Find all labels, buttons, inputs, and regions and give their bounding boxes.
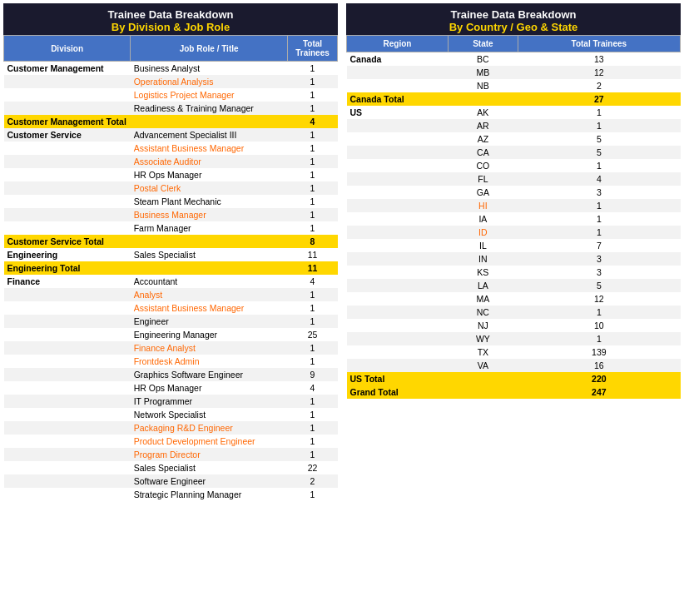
- region-cell: [347, 239, 449, 252]
- division-cell: [4, 102, 131, 115]
- total-cell: 1: [288, 75, 338, 88]
- division-cell: Finance: [4, 275, 131, 288]
- total-cell: 1: [518, 306, 680, 319]
- state-cell: GA: [449, 186, 518, 199]
- table-row: Frontdesk Admin1: [4, 355, 338, 368]
- jobrole-cell: Analyst: [131, 288, 288, 301]
- total-cell: 1: [288, 208, 338, 221]
- left-header-1: Job Role / Title: [131, 36, 288, 62]
- division-cell: [4, 195, 131, 208]
- division-cell: [4, 395, 131, 408]
- total-cell: 4: [288, 275, 338, 288]
- table-row: Logistics Project Manager1: [4, 88, 338, 102]
- table-row: US Total220: [347, 372, 681, 385]
- jobrole-cell: Accountant: [131, 275, 288, 288]
- jobrole-cell: Engineer: [131, 315, 288, 328]
- region-cell: [347, 266, 449, 279]
- region-cell: US: [347, 106, 449, 119]
- region-cell: [347, 212, 449, 226]
- table-row: Product Development Engineer1: [4, 435, 338, 448]
- region-cell: Canada: [347, 52, 449, 67]
- total-cell: 247: [518, 385, 680, 399]
- total-cell: 1: [288, 102, 338, 115]
- division-cell: Engineering Total: [4, 261, 288, 275]
- table-row: WY1: [347, 332, 681, 345]
- division-cell: [4, 435, 131, 448]
- region-cell: [347, 319, 449, 332]
- state-cell: CO: [449, 159, 518, 172]
- left-header-0: Division: [4, 36, 131, 62]
- jobrole-cell: Assistant Business Manager: [131, 142, 288, 155]
- jobrole-cell: Software Engineer: [131, 474, 288, 488]
- total-cell: 2: [518, 79, 680, 92]
- division-cell: [4, 315, 131, 328]
- total-cell: 4: [518, 172, 680, 186]
- table-row: Customer ServiceAdvancement Specialist I…: [4, 128, 338, 142]
- state-cell: NB: [449, 79, 518, 92]
- table-row: Assistant Business Manager1: [4, 142, 338, 155]
- state-cell: IA: [449, 212, 518, 226]
- total-cell: 220: [518, 372, 680, 385]
- table-row: IL7: [347, 239, 681, 252]
- total-cell: 1: [288, 88, 338, 102]
- table-row: Readiness & Training Manager1: [4, 102, 338, 115]
- state-cell: KS: [449, 266, 518, 279]
- region-cell: [347, 159, 449, 172]
- total-cell: 12: [518, 292, 680, 306]
- table-row: CanadaBC13: [347, 52, 681, 67]
- total-cell: 9: [288, 368, 338, 381]
- table-row: NB2: [347, 79, 681, 92]
- table-row: Strategic Planning Manager1: [4, 488, 338, 501]
- total-cell: 1: [288, 301, 338, 315]
- right-panel-header: Trainee Data BreakdownBy Country / Geo &…: [346, 3, 681, 35]
- state-cell: BC: [449, 52, 518, 67]
- table-row: Engineer1: [4, 315, 338, 328]
- table-row: IN3: [347, 252, 681, 266]
- total-cell: 5: [518, 279, 680, 292]
- state-cell: MB: [449, 66, 518, 79]
- table-row: Assistant Business Manager1: [4, 301, 338, 315]
- state-cell: MA: [449, 292, 518, 306]
- division-cell: [4, 155, 131, 168]
- table-row: Postal Clerk1: [4, 181, 338, 195]
- jobrole-cell: Logistics Project Manager: [131, 88, 288, 102]
- jobrole-cell: Graphics Software Engineer: [131, 368, 288, 381]
- table-row: NC1: [347, 306, 681, 319]
- division-cell: [4, 88, 131, 102]
- total-cell: 1: [288, 181, 338, 195]
- total-cell: 1: [288, 315, 338, 328]
- state-cell: IN: [449, 252, 518, 266]
- table-row: HR Ops Manager1: [4, 168, 338, 181]
- region-cell: [347, 292, 449, 306]
- jobrole-cell: Packaging R&D Engineer: [131, 421, 288, 435]
- region-cell: Grand Total: [347, 385, 518, 399]
- table-row: EngineeringSales Specialist11: [4, 248, 338, 261]
- left-table: DivisionJob Role / TitleTotal TraineesCu…: [3, 35, 338, 501]
- division-cell: [4, 328, 131, 341]
- total-cell: 1: [288, 155, 338, 168]
- division-cell: [4, 355, 131, 368]
- total-cell: 5: [518, 132, 680, 146]
- table-row: Customer Service Total8: [4, 235, 338, 248]
- division-cell: [4, 461, 131, 474]
- region-cell: [347, 345, 449, 359]
- total-cell: 1: [518, 106, 680, 119]
- division-cell: Customer Management Total: [4, 115, 288, 128]
- jobrole-cell: Sales Specialist: [131, 248, 288, 261]
- state-cell: NJ: [449, 319, 518, 332]
- right-table: RegionStateTotal TraineesCanadaBC13MB12N…: [346, 35, 681, 399]
- state-cell: CA: [449, 146, 518, 159]
- table-row: Program Director1: [4, 448, 338, 461]
- division-cell: [4, 168, 131, 181]
- region-cell: [347, 359, 449, 372]
- table-row: Network Specialist1: [4, 408, 338, 421]
- division-cell: [4, 408, 131, 421]
- total-cell: 1: [288, 355, 338, 368]
- table-row: ID1: [347, 226, 681, 239]
- total-cell: 5: [518, 146, 680, 159]
- total-cell: 1: [288, 421, 338, 435]
- total-cell: 12: [518, 66, 680, 79]
- table-row: Sales Specialist22: [4, 461, 338, 474]
- total-cell: 1: [288, 448, 338, 461]
- division-cell: [4, 368, 131, 381]
